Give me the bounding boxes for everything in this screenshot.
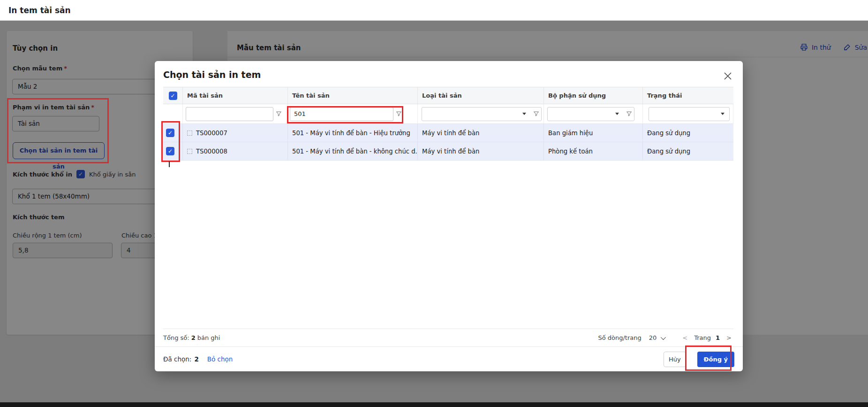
assets-table: Mã tài sản Tên tài sản Loại tài sản Bộ p… [163, 87, 733, 161]
filter-ma-tai-san-input[interactable] [186, 107, 273, 121]
chevron-down-icon [721, 113, 725, 115]
total-count: 2 [191, 334, 196, 341]
close-icon[interactable] [723, 71, 732, 81]
select-all-cell [163, 87, 183, 104]
modal-footer-buttons: Hủy Đồng ý [664, 352, 734, 367]
select-all-checkbox[interactable] [169, 92, 177, 100]
table-row[interactable]: TS000008 501 - Máy vi tính để bàn - khôn… [163, 142, 733, 161]
selected-prefix: Đã chọn: [163, 355, 191, 363]
screen: { "page": { "title": "In tem tài sản", "… [0, 0, 868, 407]
selected-count: 2 [194, 355, 198, 363]
row-checkbox[interactable] [166, 147, 174, 155]
cell-type: Máy vi tính để bàn [418, 124, 544, 142]
filter-code-cell [183, 104, 288, 123]
pagination-bar: Tổng số: 2 bản ghi Số dòng/trang 20 < Tr… [163, 329, 733, 346]
cell-code: TS000008 [183, 142, 288, 160]
annotation-tick-mark [169, 161, 170, 167]
col-header-trang-thai[interactable]: Trạng thái [643, 87, 733, 104]
col-header-ma-tai-san[interactable]: Mã tài sản [183, 87, 288, 104]
filter-name-cell [288, 104, 418, 123]
page-title: In tem tài sản [8, 0, 71, 21]
selection-summary: Đã chọn: 2 Bỏ chọn [163, 355, 233, 363]
rows-per-page-value: 20 [649, 334, 657, 341]
total-prefix: Tổng số: [163, 334, 189, 341]
confirm-button[interactable]: Đồng ý [697, 352, 734, 367]
table-filter-row [163, 104, 733, 124]
table-row[interactable]: TS000007 501 - Máy vi tính để bàn - Hiệu… [163, 124, 733, 142]
cell-name: 501 - Máy vi tính để bàn - Hiệu trưởng [288, 124, 418, 142]
cell-status: Đang sử dụng [643, 124, 733, 142]
chevron-down-icon [522, 113, 526, 115]
row-select-cell [163, 142, 183, 160]
col-header-bo-phan-su-dung[interactable]: Bộ phận sử dụng [544, 87, 643, 104]
cell-code: TS000007 [183, 124, 288, 142]
current-page: 1 [716, 334, 720, 341]
modal-title: Chọn tài sản in tem [163, 69, 261, 80]
cell-status: Đang sử dụng [643, 142, 733, 160]
total-records: Tổng số: 2 bản ghi [163, 334, 220, 341]
tree-node-icon[interactable] [187, 149, 192, 154]
filter-funnel-icon[interactable] [624, 107, 634, 121]
chevron-down-icon [661, 334, 666, 339]
filter-funnel-icon[interactable] [531, 107, 541, 121]
modal-footer: Đã chọn: 2 Bỏ chọn Hủy Đồng ý [155, 346, 743, 371]
filter-funnel-icon[interactable] [273, 107, 284, 121]
col-header-ten-tai-san[interactable]: Tên tài sản [288, 87, 418, 104]
filter-department-cell [544, 104, 643, 123]
filter-ten-tai-san-input[interactable] [290, 107, 393, 121]
rows-per-page-select[interactable]: 20 [649, 334, 665, 341]
row-checkbox[interactable] [166, 129, 174, 137]
table-header-row: Mã tài sản Tên tài sản Loại tài sản Bộ p… [163, 87, 733, 104]
filter-funnel-icon[interactable] [393, 107, 404, 121]
next-page-button[interactable]: > [725, 334, 733, 341]
pagination-controls: Số dòng/trang 20 < Trang 1 > [598, 334, 733, 341]
tree-node-icon[interactable] [187, 131, 192, 136]
cell-department: Ban giám hiệu [544, 124, 643, 142]
total-suffix: bản ghi [197, 334, 220, 341]
filter-empty-cell [163, 104, 183, 123]
col-header-loai-tai-san[interactable]: Loại tài sản [418, 87, 544, 104]
filter-loai-tai-san-select[interactable] [422, 107, 542, 121]
deselect-link[interactable]: Bỏ chọn [207, 355, 233, 363]
filter-bo-phan-select[interactable] [547, 107, 634, 121]
cell-name: 501 - Máy vi tính để bàn - không chúc d.… [288, 142, 418, 160]
filter-type-cell [418, 104, 544, 123]
filter-trang-thai-select[interactable] [649, 107, 730, 121]
cancel-button[interactable]: Hủy [664, 352, 686, 367]
page-label: Trang [694, 334, 711, 341]
select-assets-modal: Chọn tài sản in tem Mã tài sản Tên tài s… [155, 61, 743, 371]
row-select-cell [163, 124, 183, 142]
prev-page-button[interactable]: < [680, 334, 689, 341]
cell-type: Máy vi tính để bàn [418, 142, 544, 160]
cell-department: Phòng kế toán [544, 142, 643, 160]
rows-per-page-label: Số dòng/trang [598, 334, 641, 341]
filter-status-cell [643, 104, 733, 123]
chevron-down-icon [615, 113, 619, 115]
app-topbar: In tem tài sản [0, 0, 868, 21]
